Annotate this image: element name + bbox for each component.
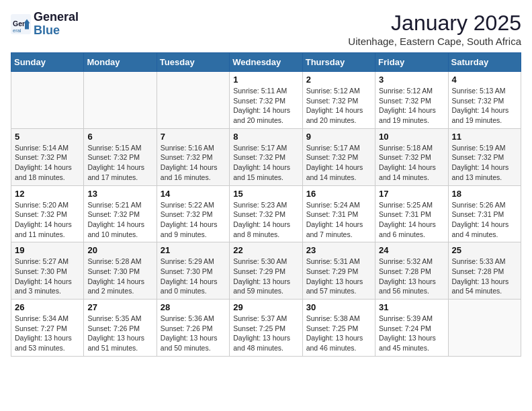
day-number: 2 <box>306 75 371 85</box>
day-info: Sunrise: 5:22 AMSunset: 7:32 PMDaylight:… <box>161 200 226 240</box>
logo: Gen eral General Blue <box>11 11 79 38</box>
calendar-cell: 19Sunrise: 5:27 AMSunset: 7:30 PMDayligh… <box>11 242 84 300</box>
day-info: Sunrise: 5:37 AMSunset: 7:25 PMDaylight:… <box>233 314 298 353</box>
calendar-cell: 28Sunrise: 5:36 AMSunset: 7:26 PMDayligh… <box>157 300 229 357</box>
day-info: Sunrise: 5:32 AMSunset: 7:28 PMDaylight:… <box>379 257 444 296</box>
day-number: 21 <box>161 245 226 255</box>
calendar-cell: 1Sunrise: 5:11 AMSunset: 7:32 PMDaylight… <box>230 72 302 129</box>
day-number: 4 <box>452 75 517 85</box>
day-info: Sunrise: 5:27 AMSunset: 7:30 PMDaylight:… <box>15 257 80 296</box>
day-info: Sunrise: 5:11 AMSunset: 7:32 PMDaylight:… <box>233 86 298 126</box>
day-info: Sunrise: 5:31 AMSunset: 7:29 PMDaylight:… <box>306 257 371 296</box>
calendar-cell <box>157 72 229 129</box>
day-info: Sunrise: 5:16 AMSunset: 7:32 PMDaylight:… <box>161 143 226 183</box>
day-number: 22 <box>233 245 298 255</box>
calendar-week-row: 5Sunrise: 5:14 AMSunset: 7:32 PMDaylight… <box>11 128 521 185</box>
day-number: 31 <box>379 302 444 312</box>
logo-icon: Gen eral <box>11 14 31 34</box>
calendar-cell: 9Sunrise: 5:17 AMSunset: 7:32 PMDaylight… <box>302 128 375 185</box>
calendar-cell <box>11 72 84 129</box>
day-info: Sunrise: 5:18 AMSunset: 7:32 PMDaylight:… <box>379 143 444 183</box>
day-info: Sunrise: 5:13 AMSunset: 7:32 PMDaylight:… <box>452 86 517 126</box>
calendar-cell: 15Sunrise: 5:23 AMSunset: 7:32 PMDayligh… <box>230 185 302 242</box>
calendar-cell: 31Sunrise: 5:39 AMSunset: 7:24 PMDayligh… <box>375 300 448 357</box>
day-info: Sunrise: 5:26 AMSunset: 7:31 PMDaylight:… <box>452 200 517 240</box>
day-info: Sunrise: 5:14 AMSunset: 7:32 PMDaylight:… <box>15 143 80 183</box>
day-info: Sunrise: 5:28 AMSunset: 7:30 PMDaylight:… <box>87 257 152 296</box>
day-info: Sunrise: 5:30 AMSunset: 7:29 PMDaylight:… <box>233 257 298 296</box>
svg-text:eral: eral <box>13 28 21 34</box>
day-number: 7 <box>161 132 226 142</box>
day-number: 27 <box>87 302 152 312</box>
day-info: Sunrise: 5:38 AMSunset: 7:25 PMDaylight:… <box>306 314 371 353</box>
calendar-cell: 18Sunrise: 5:26 AMSunset: 7:31 PMDayligh… <box>448 185 521 242</box>
day-number: 12 <box>15 189 80 199</box>
day-number: 11 <box>452 132 517 142</box>
day-number: 29 <box>233 302 298 312</box>
page-header: Gen eral General Blue January 2025 Uiten… <box>11 11 521 47</box>
calendar-week-row: 19Sunrise: 5:27 AMSunset: 7:30 PMDayligh… <box>11 242 521 300</box>
day-info: Sunrise: 5:36 AMSunset: 7:26 PMDaylight:… <box>161 314 226 353</box>
day-info: Sunrise: 5:23 AMSunset: 7:32 PMDaylight:… <box>233 200 298 240</box>
day-info: Sunrise: 5:17 AMSunset: 7:32 PMDaylight:… <box>306 143 371 183</box>
day-info: Sunrise: 5:20 AMSunset: 7:32 PMDaylight:… <box>15 200 80 240</box>
weekday-header: Thursday <box>302 53 375 72</box>
calendar-cell: 27Sunrise: 5:35 AMSunset: 7:26 PMDayligh… <box>84 300 157 357</box>
location-title: Uitenhage, Eastern Cape, South Africa <box>348 36 521 47</box>
calendar-cell: 13Sunrise: 5:21 AMSunset: 7:32 PMDayligh… <box>84 185 157 242</box>
calendar-cell <box>84 72 157 129</box>
calendar-week-row: 1Sunrise: 5:11 AMSunset: 7:32 PMDaylight… <box>11 72 521 129</box>
calendar-cell: 16Sunrise: 5:24 AMSunset: 7:31 PMDayligh… <box>302 185 375 242</box>
calendar-table: SundayMondayTuesdayWednesdayThursdayFrid… <box>11 52 521 357</box>
calendar-cell: 12Sunrise: 5:20 AMSunset: 7:32 PMDayligh… <box>11 185 84 242</box>
day-info: Sunrise: 5:39 AMSunset: 7:24 PMDaylight:… <box>379 314 444 353</box>
calendar-cell: 6Sunrise: 5:15 AMSunset: 7:32 PMDaylight… <box>84 128 157 185</box>
day-number: 23 <box>306 245 371 255</box>
calendar-cell: 10Sunrise: 5:18 AMSunset: 7:32 PMDayligh… <box>375 128 448 185</box>
calendar-week-row: 12Sunrise: 5:20 AMSunset: 7:32 PMDayligh… <box>11 185 521 242</box>
calendar-cell: 25Sunrise: 5:33 AMSunset: 7:28 PMDayligh… <box>448 242 521 300</box>
day-info: Sunrise: 5:24 AMSunset: 7:31 PMDaylight:… <box>306 200 371 240</box>
day-info: Sunrise: 5:19 AMSunset: 7:32 PMDaylight:… <box>452 143 517 183</box>
day-info: Sunrise: 5:33 AMSunset: 7:28 PMDaylight:… <box>452 257 517 296</box>
calendar-cell: 30Sunrise: 5:38 AMSunset: 7:25 PMDayligh… <box>302 300 375 357</box>
calendar-cell <box>448 300 521 357</box>
logo-text: General Blue <box>34 11 79 38</box>
calendar-week-row: 26Sunrise: 5:34 AMSunset: 7:27 PMDayligh… <box>11 300 521 357</box>
calendar-cell: 14Sunrise: 5:22 AMSunset: 7:32 PMDayligh… <box>157 185 229 242</box>
day-number: 19 <box>15 245 80 255</box>
day-number: 26 <box>15 302 80 312</box>
weekday-header: Sunday <box>11 53 84 72</box>
day-info: Sunrise: 5:25 AMSunset: 7:31 PMDaylight:… <box>379 200 444 240</box>
day-info: Sunrise: 5:35 AMSunset: 7:26 PMDaylight:… <box>87 314 152 353</box>
weekday-header: Monday <box>84 53 157 72</box>
calendar-cell: 11Sunrise: 5:19 AMSunset: 7:32 PMDayligh… <box>448 128 521 185</box>
calendar-cell: 3Sunrise: 5:12 AMSunset: 7:32 PMDaylight… <box>375 72 448 129</box>
calendar-header-row: SundayMondayTuesdayWednesdayThursdayFrid… <box>11 53 521 72</box>
calendar-cell: 21Sunrise: 5:29 AMSunset: 7:30 PMDayligh… <box>157 242 229 300</box>
day-info: Sunrise: 5:29 AMSunset: 7:30 PMDaylight:… <box>161 257 226 296</box>
day-info: Sunrise: 5:15 AMSunset: 7:32 PMDaylight:… <box>87 143 152 183</box>
day-number: 25 <box>452 245 517 255</box>
day-number: 20 <box>87 245 152 255</box>
weekday-header: Tuesday <box>157 53 229 72</box>
day-number: 16 <box>306 189 371 199</box>
calendar-cell: 5Sunrise: 5:14 AMSunset: 7:32 PMDaylight… <box>11 128 84 185</box>
day-number: 28 <box>161 302 226 312</box>
day-number: 17 <box>379 189 444 199</box>
day-number: 24 <box>379 245 444 255</box>
day-info: Sunrise: 5:12 AMSunset: 7:32 PMDaylight:… <box>379 86 444 126</box>
calendar-cell: 24Sunrise: 5:32 AMSunset: 7:28 PMDayligh… <box>375 242 448 300</box>
day-number: 9 <box>306 132 371 142</box>
title-block: January 2025 Uitenhage, Eastern Cape, So… <box>348 11 521 47</box>
month-title: January 2025 <box>348 11 521 36</box>
calendar-cell: 2Sunrise: 5:12 AMSunset: 7:32 PMDaylight… <box>302 72 375 129</box>
weekday-header: Wednesday <box>230 53 302 72</box>
day-number: 8 <box>233 132 298 142</box>
calendar-cell: 22Sunrise: 5:30 AMSunset: 7:29 PMDayligh… <box>230 242 302 300</box>
day-number: 13 <box>87 189 152 199</box>
day-info: Sunrise: 5:21 AMSunset: 7:32 PMDaylight:… <box>87 200 152 240</box>
calendar-cell: 8Sunrise: 5:17 AMSunset: 7:32 PMDaylight… <box>230 128 302 185</box>
day-number: 18 <box>452 189 517 199</box>
day-info: Sunrise: 5:34 AMSunset: 7:27 PMDaylight:… <box>15 314 80 353</box>
